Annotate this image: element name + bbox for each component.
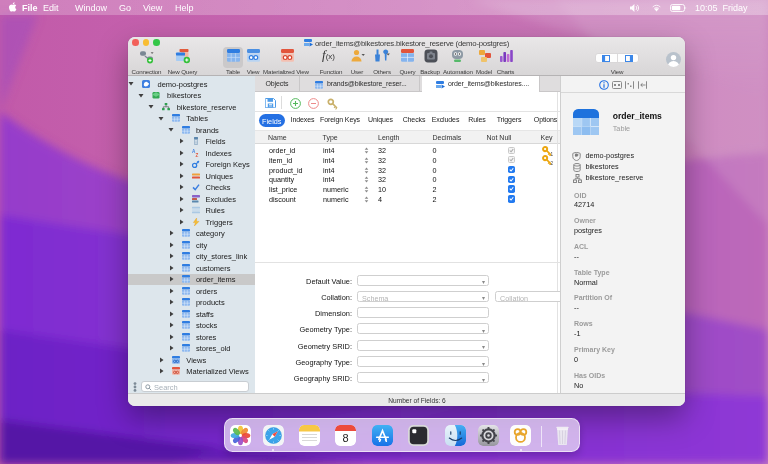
svg-text:8: 8 [342, 432, 348, 444]
